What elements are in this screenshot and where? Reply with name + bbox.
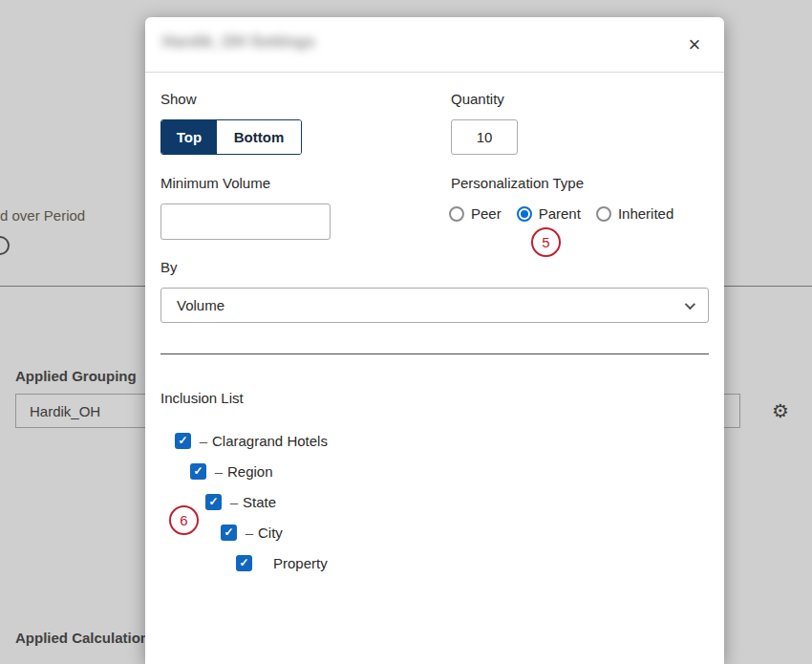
by-select-value: Volume (177, 297, 685, 313)
radio-circle-peer (449, 206, 464, 222)
section-divider (160, 353, 709, 354)
dialog-title-blurred: Hardik_OH Settings (162, 32, 315, 52)
minimum-volume-label: Minimum Volume (160, 174, 270, 193)
checkbox-state[interactable]: ✓ (205, 494, 222, 510)
radio-circle-parent (517, 206, 532, 222)
by-label: By (160, 258, 178, 277)
radio-parent[interactable]: Parent (517, 205, 581, 222)
check-icon: ✓ (239, 555, 248, 571)
settings-dialog: Hardik_OH Settings × Show Top Bottom Qua… (145, 17, 724, 664)
minimum-volume-input[interactable] (160, 203, 331, 240)
tree-row-claragrand: ✓ – Claragrand Hotels (145, 425, 724, 456)
close-icon[interactable]: × (680, 31, 709, 59)
check-icon: ✓ (224, 525, 233, 541)
annotation-circle-6: 6 (169, 505, 199, 535)
quantity-label: Quantity (451, 90, 504, 109)
tree-row-city: ✓ – City (145, 517, 724, 547)
tree-row-region: ✓ – Region (145, 456, 724, 486)
checkbox-claragrand[interactable]: ✓ (175, 433, 191, 449)
show-toggle: Top Bottom (160, 119, 302, 155)
tree-collapse-icon[interactable]: – (227, 494, 241, 510)
by-select[interactable]: Volume (160, 288, 709, 323)
checkbox-city[interactable]: ✓ (221, 525, 237, 541)
radio-circle-inherited (596, 206, 611, 222)
tree-row-state: ✓ – State (145, 486, 724, 517)
tree-collapse-icon[interactable]: – (197, 433, 210, 449)
annotation-circle-5: 5 (531, 227, 561, 257)
tree-collapse-icon[interactable]: – (243, 525, 256, 541)
show-top-button[interactable]: Top (161, 120, 217, 154)
inclusion-tree: ✓ – Claragrand Hotels ✓ – Region ✓ – Sta… (145, 425, 724, 578)
chevron-down-icon (685, 298, 695, 309)
radio-inherited[interactable]: Inherited (596, 205, 673, 222)
personalization-radio-group: Peer Parent Inherited (449, 205, 673, 222)
radio-peer[interactable]: Peer (449, 205, 502, 222)
check-icon: ✓ (178, 433, 187, 449)
dialog-header: Hardik_OH Settings × (145, 17, 724, 73)
check-icon: ✓ (208, 494, 218, 510)
tree-collapse-icon[interactable]: – (212, 463, 225, 480)
personalization-type-label: Personalization Type (451, 174, 584, 193)
show-label: Show (160, 90, 197, 109)
inclusion-list-label: Inclusion List (160, 389, 244, 408)
checkbox-region[interactable]: ✓ (190, 463, 206, 480)
check-icon: ✓ (193, 463, 203, 480)
quantity-input[interactable] (451, 119, 518, 155)
tree-row-property: ✓ Property (145, 547, 724, 578)
show-bottom-button[interactable]: Bottom (217, 120, 301, 154)
checkbox-property[interactable]: ✓ (236, 555, 252, 571)
